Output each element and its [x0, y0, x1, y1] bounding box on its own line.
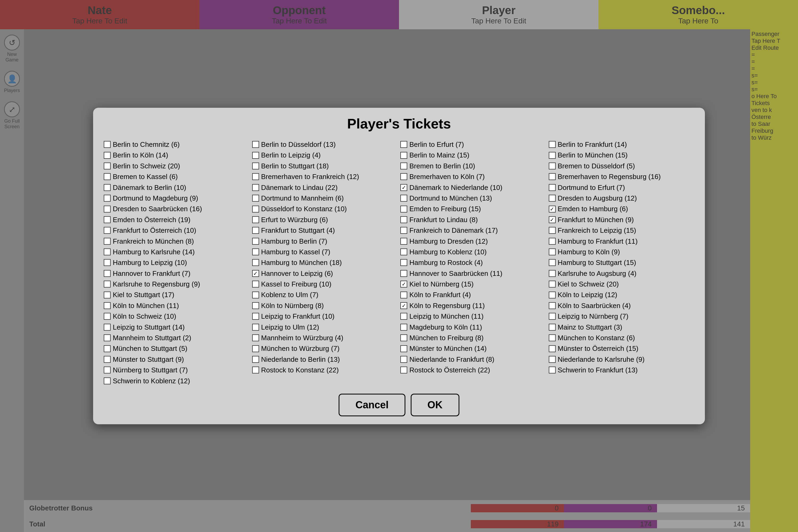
ticket-item[interactable]: Dresden to Saarbrücken (16) — [104, 204, 249, 214]
ticket-checkbox[interactable] — [400, 270, 407, 277]
ticket-item[interactable]: Berlin to Köln (14) — [104, 150, 249, 160]
ticket-item[interactable]: Bremen to Kassel (6) — [104, 172, 249, 182]
ticket-item[interactable]: Bremerhaven to Frankreich (12) — [252, 172, 398, 182]
ticket-item[interactable]: Mannheim to Stuttgart (2) — [104, 333, 249, 343]
ticket-item[interactable]: Köln to Schweiz (10) — [104, 311, 249, 321]
ticket-checkbox[interactable] — [104, 345, 111, 352]
ticket-checkbox[interactable] — [104, 248, 111, 255]
ticket-item[interactable]: Köln to Nürnberg (8) — [252, 301, 398, 310]
ticket-item[interactable]: Emden to Österreich (19) — [104, 215, 249, 225]
ticket-item[interactable]: Hamburg to Leipzig (10) — [104, 258, 249, 267]
ticket-item[interactable]: Mannheim to Würzburg (4) — [252, 333, 398, 343]
ticket-item[interactable]: Münster to Stuttgart (9) — [104, 355, 249, 364]
ticket-checkbox[interactable] — [549, 227, 556, 234]
ticket-checkbox[interactable] — [400, 141, 407, 148]
ticket-checkbox[interactable] — [549, 259, 556, 266]
ticket-item[interactable]: Hamburg to Karlsruhe (14) — [104, 247, 249, 257]
ticket-item[interactable]: Münster to Österreich (15) — [549, 344, 695, 353]
ticket-item[interactable]: Berlin to Chemnitz (6) — [104, 140, 249, 149]
ok-button[interactable]: OK — [411, 394, 459, 416]
ticket-item[interactable]: Berlin to Frankfurt (14) — [549, 140, 695, 149]
ticket-checkbox[interactable] — [104, 270, 111, 277]
ticket-checkbox[interactable] — [549, 248, 556, 255]
ticket-item[interactable]: Hamburg to Rostock (4) — [400, 258, 546, 267]
ticket-checkbox[interactable] — [104, 291, 111, 299]
ticket-checkbox[interactable] — [549, 345, 556, 352]
ticket-item[interactable]: Frankreich to Leipzig (15) — [549, 226, 695, 235]
ticket-item[interactable]: ✓Dänemark to Niederlande (10) — [400, 183, 546, 192]
ticket-checkbox[interactable] — [400, 195, 407, 202]
ticket-item[interactable]: Köln to Leipzig (12) — [549, 290, 695, 300]
ticket-item[interactable]: Berlin to Erfurt (7) — [400, 140, 546, 149]
ticket-item[interactable]: Kassel to Freiburg (10) — [252, 279, 398, 289]
ticket-item[interactable]: Münster to München (14) — [400, 344, 546, 353]
ticket-item[interactable]: ✓Hannover to Leipzig (6) — [252, 269, 398, 278]
ticket-item[interactable]: Hamburg to Stuttgart (15) — [549, 258, 695, 267]
ticket-checkbox[interactable] — [549, 238, 556, 245]
ticket-checkbox[interactable] — [400, 216, 407, 223]
ticket-checkbox[interactable] — [104, 216, 111, 223]
ticket-checkbox[interactable] — [549, 356, 556, 363]
ticket-item[interactable]: Berlin to Schweiz (20) — [104, 161, 249, 171]
ticket-checkbox[interactable] — [400, 227, 407, 234]
ticket-item[interactable]: Dortmund to Mannheim (6) — [252, 193, 398, 203]
ticket-checkbox[interactable] — [104, 173, 111, 180]
ticket-checkbox[interactable] — [549, 173, 556, 180]
ticket-item[interactable]: Frankfurt to Lindau (8) — [400, 215, 546, 225]
ticket-item[interactable]: Frankreich to München (8) — [104, 236, 249, 246]
ticket-checkbox[interactable] — [549, 184, 556, 191]
ticket-item[interactable]: Karlsruhe to Augsburg (4) — [549, 269, 695, 278]
ticket-item[interactable]: Dresden to Augsburg (12) — [549, 193, 695, 203]
ticket-item[interactable]: München to Freiburg (8) — [400, 333, 546, 343]
ticket-checkbox[interactable] — [104, 227, 111, 234]
ticket-item[interactable]: ✓Köln to Regensburg (11) — [400, 301, 546, 310]
ticket-checkbox[interactable]: ✓ — [549, 206, 556, 212]
ticket-checkbox[interactable] — [549, 152, 556, 159]
ticket-item[interactable]: Berlin to München (15) — [549, 150, 695, 160]
ticket-checkbox[interactable] — [252, 248, 259, 255]
ticket-checkbox[interactable] — [104, 163, 111, 169]
ticket-checkbox[interactable] — [549, 313, 556, 320]
ticket-checkbox[interactable] — [252, 227, 259, 234]
ticket-checkbox[interactable] — [252, 366, 259, 374]
ticket-item[interactable]: Bremen to Berlin (10) — [400, 161, 546, 171]
ticket-checkbox[interactable] — [104, 206, 111, 212]
ticket-checkbox[interactable]: ✓ — [252, 270, 259, 277]
ticket-item[interactable]: ✓Kiel to Nürnberg (15) — [400, 279, 546, 289]
ticket-item[interactable]: Hamburg to Frankfurt (11) — [549, 236, 695, 246]
ticket-item[interactable]: Kiel to Stuttgart (17) — [104, 290, 249, 300]
ticket-item[interactable]: Hamburg to Berlin (7) — [252, 236, 398, 246]
ticket-checkbox[interactable] — [104, 259, 111, 266]
ticket-checkbox[interactable] — [400, 324, 407, 331]
ticket-checkbox[interactable] — [104, 356, 111, 363]
ticket-checkbox[interactable] — [400, 366, 407, 374]
ticket-item[interactable]: Rostock to Österreich (22) — [400, 365, 546, 375]
ticket-checkbox[interactable] — [104, 184, 111, 191]
ticket-checkbox[interactable] — [104, 334, 111, 341]
ticket-checkbox[interactable] — [549, 195, 556, 202]
ticket-item[interactable]: Schwerin to Frankfurt (13) — [549, 365, 695, 375]
ticket-checkbox[interactable] — [252, 259, 259, 266]
ticket-checkbox[interactable] — [400, 291, 407, 299]
ticket-checkbox[interactable] — [252, 238, 259, 245]
ticket-item[interactable]: Bremen to Düsseldorf (5) — [549, 161, 695, 171]
ticket-item[interactable]: München to Konstanz (6) — [549, 333, 695, 343]
ticket-item[interactable]: Erfurt to Würzburg (6) — [252, 215, 398, 225]
ticket-checkbox[interactable] — [252, 173, 259, 180]
ticket-item[interactable]: Dortmund to Erfurt (7) — [549, 183, 695, 192]
ticket-checkbox[interactable] — [104, 366, 111, 374]
ticket-checkbox[interactable] — [104, 302, 111, 309]
ticket-checkbox[interactable] — [549, 366, 556, 374]
ticket-item[interactable]: Niederlande to Karlsruhe (9) — [549, 355, 695, 364]
ticket-item[interactable]: Frankreich to Dänemark (17) — [400, 226, 546, 235]
ticket-checkbox[interactable] — [252, 163, 259, 169]
ticket-checkbox[interactable] — [252, 206, 259, 212]
ticket-item[interactable]: Schwerin to Koblenz (12) — [104, 376, 249, 386]
ticket-checkbox[interactable] — [400, 356, 407, 363]
ticket-item[interactable]: Dänemark to Lindau (22) — [252, 183, 398, 192]
ticket-item[interactable]: Emden to Freiburg (15) — [400, 204, 546, 214]
ticket-checkbox[interactable] — [252, 291, 259, 299]
ticket-checkbox[interactable] — [104, 141, 111, 148]
ticket-checkbox[interactable] — [104, 313, 111, 320]
ticket-item[interactable]: Dortmund to Magdeburg (9) — [104, 193, 249, 203]
